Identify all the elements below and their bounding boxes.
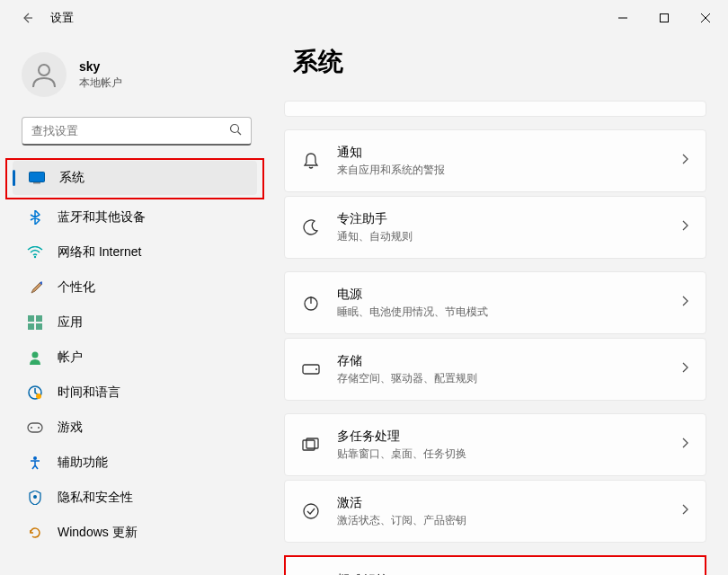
tile-title: 激活 — [337, 495, 664, 511]
nav-label: 隐私和安全性 — [58, 490, 133, 506]
search-box[interactable] — [22, 117, 252, 146]
nav-label: 应用 — [58, 314, 83, 331]
svg-point-1 — [39, 65, 49, 75]
nav-item-apps[interactable]: 应用 — [11, 305, 268, 340]
nav-item-accessibility[interactable]: 辅助功能 — [11, 446, 268, 480]
svg-point-16 — [33, 456, 37, 460]
close-button[interactable] — [685, 4, 726, 32]
svg-rect-3 — [30, 172, 45, 182]
tile-notifications[interactable]: 通知 来自应用和系统的警报 — [284, 129, 706, 192]
brush-icon — [27, 279, 43, 296]
svg-rect-8 — [28, 323, 34, 330]
nav-item-windows-update[interactable]: Windows 更新 — [11, 516, 268, 550]
tile-title: 专注助手 — [337, 211, 664, 227]
user-name: sky — [79, 59, 122, 74]
tile-storage[interactable]: 存储 存储空间、驱动器、配置规则 — [284, 338, 706, 401]
power-icon — [301, 294, 321, 312]
tile-activation[interactable]: 激活 激活状态、订阅、产品密钥 — [284, 480, 706, 543]
window-title: 设置 — [50, 10, 74, 26]
chevron-right-icon — [680, 219, 689, 235]
tile-title: 电源 — [337, 287, 664, 303]
nav-item-network[interactable]: 网络和 Internet — [11, 235, 268, 270]
nav-label: 蓝牙和其他设备 — [58, 209, 146, 226]
nav-label: 网络和 Internet — [58, 244, 141, 261]
svg-point-15 — [38, 427, 40, 429]
gamepad-icon — [27, 420, 43, 436]
svg-point-12 — [36, 394, 41, 399]
moon-icon — [301, 218, 321, 236]
accessibility-icon — [27, 455, 43, 471]
nav-item-gaming[interactable]: 游戏 — [11, 411, 268, 445]
storage-icon — [301, 364, 321, 375]
svg-point-17 — [33, 495, 37, 499]
search-input[interactable] — [31, 124, 229, 137]
nav-item-bluetooth[interactable]: 蓝牙和其他设备 — [11, 200, 268, 234]
tile-title: 通知 — [337, 145, 664, 161]
nav-label: 个性化 — [58, 279, 95, 296]
bell-icon — [301, 152, 321, 170]
nav-item-privacy[interactable]: 隐私和安全性 — [11, 481, 268, 515]
tile-subtitle: 贴靠窗口、桌面、任务切换 — [337, 447, 664, 462]
page-title: 系统 — [284, 45, 706, 79]
back-button[interactable] — [18, 9, 36, 27]
nav-list: 系统 蓝牙和其他设备 网络和 Internet 个性化 应用 帐户 — [5, 158, 279, 566]
bluetooth-icon — [27, 209, 43, 226]
search-icon — [229, 123, 242, 139]
update-icon — [27, 525, 43, 541]
avatar — [22, 52, 67, 97]
svg-point-10 — [32, 352, 39, 358]
tile-subtitle: 来自应用和系统的警报 — [337, 163, 664, 178]
nav-label: 帐户 — [58, 349, 83, 366]
chevron-right-icon — [680, 503, 689, 519]
svg-rect-9 — [36, 323, 42, 330]
tile-subtitle: 通知、自动规则 — [337, 229, 664, 244]
chevron-right-icon — [680, 361, 689, 377]
nav-label: 游戏 — [58, 420, 83, 436]
svg-rect-4 — [33, 182, 40, 184]
nav-label: 系统 — [59, 170, 84, 186]
sidebar: sky 本地帐户 系统 蓝牙和其他设备 — [0, 36, 279, 575]
svg-rect-13 — [28, 423, 42, 432]
nav-item-system[interactable]: 系统 — [13, 161, 257, 195]
tile-title: 存储 — [337, 353, 664, 369]
globe-clock-icon — [27, 385, 43, 401]
svg-point-2 — [231, 124, 239, 132]
tile-focus-assist[interactable]: 专注助手 通知、自动规则 — [284, 196, 706, 259]
wifi-icon — [27, 244, 43, 261]
person-icon — [27, 349, 43, 366]
nav-label: 辅助功能 — [58, 455, 108, 471]
nav-item-personalization[interactable]: 个性化 — [11, 270, 268, 305]
chevron-right-icon — [680, 437, 689, 453]
system-icon — [29, 170, 45, 186]
tile-subtitle: 睡眠、电池使用情况、节电模式 — [337, 305, 664, 320]
tile-subtitle: 存储空间、驱动器、配置规则 — [337, 371, 664, 386]
apps-icon — [27, 314, 43, 331]
check-circle-icon — [301, 502, 321, 520]
svg-rect-7 — [36, 315, 42, 322]
maximize-button[interactable] — [644, 4, 685, 32]
chevron-right-icon — [680, 153, 689, 169]
svg-point-23 — [304, 504, 318, 518]
shield-icon — [27, 490, 43, 506]
nav-item-accounts[interactable]: 帐户 — [11, 341, 268, 375]
nav-item-time-language[interactable]: 时间和语言 — [11, 376, 268, 410]
user-subtitle: 本地帐户 — [79, 75, 122, 91]
tile-partial-top[interactable] — [284, 101, 706, 117]
nav-label: 时间和语言 — [58, 385, 120, 401]
user-block[interactable]: sky 本地帐户 — [5, 45, 279, 113]
minimize-button[interactable] — [602, 4, 644, 32]
tile-troubleshoot[interactable]: 疑难解答 建议的疑难解答、首选项和历史 — [286, 557, 705, 575]
nav-label: Windows 更新 — [58, 525, 138, 541]
svg-rect-0 — [661, 14, 669, 22]
tile-title: 多任务处理 — [337, 429, 664, 445]
tile-title: 疑难解答 — [338, 572, 688, 576]
tile-multitask[interactable]: 多任务处理 贴靠窗口、桌面、任务切换 — [284, 413, 706, 476]
svg-point-5 — [34, 256, 36, 258]
chevron-right-icon — [680, 295, 689, 311]
svg-rect-6 — [28, 315, 34, 322]
tile-subtitle: 激活状态、订阅、产品密钥 — [337, 513, 664, 528]
multitask-icon — [301, 438, 321, 452]
main-content: 系统 通知 来自应用和系统的警报 专注助手 通知、自动规则 电源 睡眠、电池 — [279, 36, 728, 575]
tile-power[interactable]: 电源 睡眠、电池使用情况、节电模式 — [284, 271, 706, 334]
svg-point-20 — [315, 368, 317, 370]
